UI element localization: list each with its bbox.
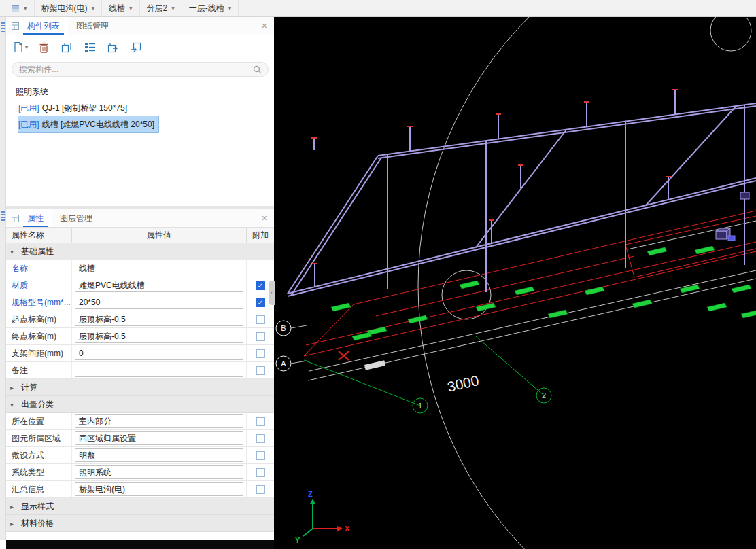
tab-properties[interactable]: 属性	[19, 209, 52, 227]
toolbar-dropdown-0[interactable]: ▾	[4, 0, 35, 16]
tab-component-list[interactable]: 构件列表	[19, 17, 68, 35]
property-row: 支架间距(mm)0	[6, 345, 274, 362]
close-icon[interactable]: ×	[262, 213, 267, 224]
property-row: 规格型号(mm*...20*50✓	[6, 294, 274, 311]
property-section-row[interactable]: ▾基础属性	[6, 243, 274, 260]
grid-bubble-2: 2	[542, 391, 546, 400]
tab-layer-management[interactable]: 图层管理	[52, 209, 101, 227]
component-item-label: 线槽 [难燃PVC电线线槽 20*50]	[42, 120, 154, 129]
property-value-input[interactable]: 桥架电沟(电)	[75, 482, 243, 496]
paste-to-floor-button[interactable]	[127, 39, 145, 56]
dock-strip	[0, 17, 6, 540]
used-tag: [已用]	[18, 103, 39, 113]
component-item-1[interactable]: [已用]线槽 [难燃PVC电线线槽 20*50]	[6, 116, 274, 132]
used-tag: [已用]	[18, 120, 39, 129]
property-row: 材质难燃PVC电线线槽✓	[6, 277, 274, 294]
property-panel: 属性 图层管理 × 属性名称 属性值 附加 ▾基础属性名称线槽材质难燃PVC电线…	[6, 209, 274, 548]
property-value-input[interactable]: 层顶标高-0.5	[75, 313, 243, 326]
property-section-row[interactable]: ▸计算	[6, 379, 274, 396]
attach-checkbox[interactable]	[256, 434, 265, 443]
attach-checkbox[interactable]: ✓	[256, 281, 265, 290]
property-section-row[interactable]: ▾出量分类	[6, 396, 274, 413]
section-label: 显示样式	[21, 501, 54, 512]
attach-checkbox[interactable]: ✓	[256, 298, 265, 307]
property-value-input[interactable]: 照明系统	[75, 465, 243, 479]
section-label: 出量分类	[21, 399, 54, 410]
property-value-cell: 20*50	[72, 294, 247, 311]
attach-checkbox[interactable]	[256, 332, 265, 341]
property-section-row[interactable]: ▸显示样式	[6, 498, 274, 515]
tab-drawing-management[interactable]: 图纸管理	[68, 17, 117, 35]
section-label: 材料价格	[21, 518, 54, 529]
search-input[interactable]	[19, 65, 250, 74]
dock-grip-icon[interactable]	[1, 22, 5, 33]
dropdown-label: 桥架电沟(电)	[41, 3, 88, 14]
dropdown-label: 一层-线槽	[189, 3, 224, 14]
property-section-row[interactable]: ▸材料价格	[6, 515, 274, 532]
chevron-down-icon: ▾	[228, 5, 232, 12]
property-value-cell: 0	[72, 345, 247, 361]
dropdown-label: 分层2	[147, 3, 168, 14]
component-item-0[interactable]: [已用]QJ-1 [钢制桥架 150*75]	[6, 100, 274, 116]
attach-checkbox[interactable]	[256, 366, 265, 375]
attach-checkbox[interactable]	[256, 485, 265, 494]
grid-bubble-1: 1	[418, 402, 422, 410]
toolbar-dropdown-2[interactable]: 线槽▾	[102, 0, 140, 16]
attach-cell	[247, 413, 274, 429]
property-value-input[interactable]: 难燃PVC电线线槽	[75, 279, 243, 292]
component-sort-button[interactable]	[81, 39, 99, 56]
expander-icon[interactable]: ▾	[10, 248, 17, 255]
dock-grip-icon[interactable]	[1, 211, 5, 222]
property-value-input[interactable]: 层顶标高-0.5	[75, 330, 243, 343]
property-row: 系统类型照明系统	[6, 464, 274, 481]
expander-icon[interactable]: ▸	[10, 503, 17, 510]
attach-cell	[247, 362, 274, 378]
expander-icon[interactable]: ▸	[10, 384, 17, 391]
chevron-down-icon: ▾	[92, 5, 95, 12]
application-window: ▾桥架电沟(电)▾线槽▾分层2▾一层-线槽▾ 构件列表 图纸管理 × ▾	[0, 0, 756, 549]
section-label: 基础属性	[21, 246, 54, 258]
attach-checkbox[interactable]	[256, 315, 265, 324]
attach-checkbox[interactable]	[256, 451, 265, 460]
attach-cell	[247, 328, 274, 344]
property-value-cell: 层顶标高-0.5	[72, 311, 247, 327]
property-value-cell: 室内部分	[72, 413, 247, 429]
property-value-input[interactable]: 同区域归属设置	[75, 431, 243, 445]
property-value-input[interactable]: 20*50	[75, 296, 243, 309]
component-group-label[interactable]: 照明系统	[6, 84, 274, 100]
property-value-input[interactable]: 明敷	[75, 448, 243, 462]
delete-component-button[interactable]	[35, 39, 52, 56]
property-value-input[interactable]	[75, 364, 243, 377]
property-row: 图元所属区域同区域归属设置	[6, 430, 274, 447]
top-toolbar: ▾桥架电沟(电)▾线槽▾分层2▾一层-线槽▾	[0, 0, 756, 17]
property-value-input[interactable]: 0	[75, 347, 243, 360]
toolbar-dropdown-4[interactable]: 一层-线槽▾	[182, 0, 239, 16]
riser-end-marks	[311, 90, 678, 264]
attach-checkbox[interactable]	[256, 349, 265, 358]
property-grid-header: 属性名称 属性值 附加	[6, 228, 274, 243]
origin-cross-icon	[339, 351, 349, 360]
panel-collapse-handle[interactable]: ‹	[269, 281, 275, 305]
component-toolbar: ▾	[6, 35, 274, 59]
search-icon[interactable]	[253, 65, 262, 76]
component-tree: 照明系统 [已用]QJ-1 [钢制桥架 150*75][已用]线槽 [难燃PVC…	[6, 81, 274, 132]
property-value-input[interactable]: 室内部分	[75, 414, 243, 428]
attach-checkbox[interactable]	[256, 468, 265, 477]
copy-component-button[interactable]	[58, 39, 75, 56]
toolbar-dropdown-3[interactable]: 分层2▾	[140, 0, 182, 16]
attach-cell	[247, 345, 274, 361]
copy-to-floor-button[interactable]	[104, 39, 122, 56]
viewport-3d[interactable]: 1 2 B A 3000 Z Y X	[274, 17, 756, 549]
property-name: 支架间距(mm)	[6, 345, 72, 361]
expander-icon[interactable]: ▸	[10, 520, 17, 527]
property-value-input[interactable]: 线槽	[75, 262, 243, 275]
attach-checkbox[interactable]	[256, 417, 265, 426]
toolbar-dropdown-1[interactable]: 桥架电沟(电)▾	[35, 0, 103, 16]
property-panel-tabbar: 属性 图层管理 ×	[6, 209, 274, 228]
model-scene: 1 2 B A 3000 Z Y X	[274, 17, 756, 549]
expander-icon[interactable]: ▾	[10, 401, 17, 408]
new-component-button[interactable]: ▾	[12, 39, 29, 56]
close-icon[interactable]: ×	[262, 20, 267, 31]
header-attribute-name: 属性名称	[6, 228, 72, 243]
property-grid: ▾基础属性名称线槽材质难燃PVC电线线槽✓规格型号(mm*...20*50✓起点…	[6, 243, 274, 532]
